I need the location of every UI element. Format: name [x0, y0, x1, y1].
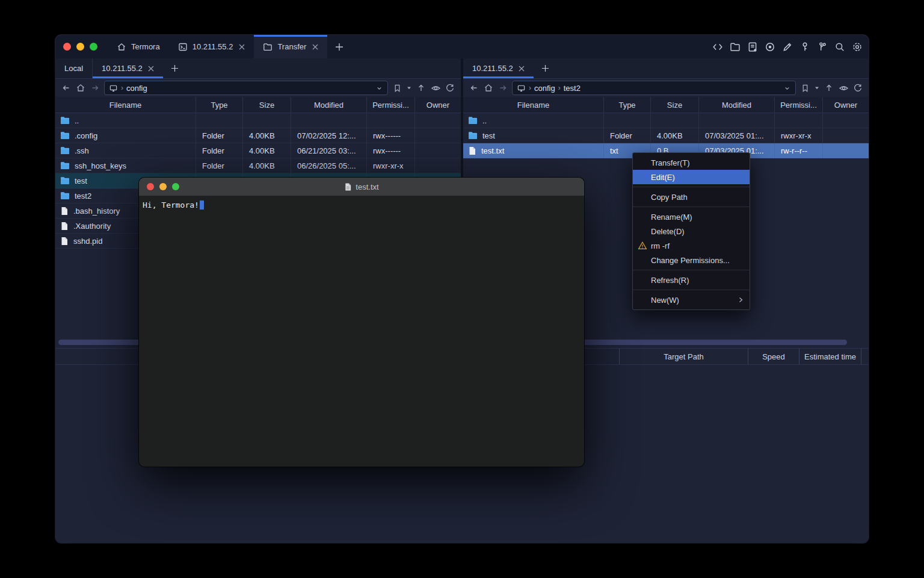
column-filename[interactable]: Filename: [463, 97, 603, 113]
editor-text: Hi, Termora!: [143, 200, 199, 210]
subtab-host-right[interactable]: 10.211.55.2: [463, 58, 534, 78]
new-tab-button[interactable]: [327, 35, 351, 58]
menu-item-change-permissions[interactable]: Change Permissions...: [633, 253, 750, 267]
right-path-field[interactable]: › config › test2: [512, 81, 796, 95]
chevron-down-icon[interactable]: [783, 84, 791, 92]
breadcrumb-segment[interactable]: test2: [564, 84, 581, 93]
window-controls: [55, 35, 108, 58]
column-estimated-time[interactable]: Estimated time: [799, 349, 861, 364]
table-row[interactable]: .ssh Folder 4.00KB 06/21/2025 03:... rwx…: [55, 143, 461, 158]
forward-icon[interactable]: [90, 82, 100, 93]
table-row[interactable]: .config Folder 4.00KB 07/02/2025 12:... …: [55, 128, 461, 143]
close-window-button[interactable]: [63, 43, 71, 51]
minimize-window-button[interactable]: [159, 183, 167, 190]
folder-icon: [60, 131, 70, 140]
refresh-icon[interactable]: [852, 82, 863, 93]
bookmark-icon[interactable]: [392, 82, 402, 93]
zoom-window-button[interactable]: [90, 43, 97, 51]
breadcrumb-segment[interactable]: config: [126, 84, 147, 93]
close-window-button[interactable]: [147, 183, 154, 190]
menu-item-refresh[interactable]: Refresh(R): [633, 273, 750, 287]
folder-icon[interactable]: [729, 41, 741, 52]
table-row[interactable]: test Folder 4.00KB 07/03/2025 01:... rwx…: [463, 128, 869, 143]
column-filename[interactable]: Filename: [55, 97, 196, 113]
keychain-icon[interactable]: [816, 41, 828, 52]
back-icon[interactable]: [469, 82, 479, 93]
tab-termora[interactable]: Termora: [108, 35, 169, 58]
column-owner[interactable]: Owner: [822, 97, 869, 113]
zoom-window-button[interactable]: [172, 183, 179, 190]
left-table-header: Filename Type Size Modified Permissi... …: [55, 97, 461, 113]
tab-host[interactable]: 10.211.55.2: [169, 35, 254, 58]
back-icon[interactable]: [61, 82, 72, 93]
close-tab-icon[interactable]: [519, 66, 525, 72]
menu-item-rm-rf[interactable]: rm -rf: [633, 238, 750, 253]
table-row[interactable]: ..: [55, 113, 461, 128]
menu-separator: [633, 290, 750, 290]
new-pane-tab-button[interactable]: [163, 58, 186, 78]
record-icon[interactable]: [764, 41, 775, 52]
show-hidden-eye-icon[interactable]: [430, 82, 441, 93]
editor-content[interactable]: Hi, Termora!: [139, 196, 584, 214]
column-modified[interactable]: Modified: [698, 97, 774, 113]
tab-transfer[interactable]: Transfer: [254, 35, 327, 58]
new-pane-tab-button[interactable]: [534, 58, 557, 78]
column-permissions[interactable]: Permissi...: [774, 97, 822, 113]
menu-item-copy-path[interactable]: Copy Path: [633, 190, 750, 204]
titlebar: Termora 10.211.55.2 Transfer: [55, 35, 869, 58]
column-permissions[interactable]: Permissi...: [366, 97, 414, 113]
column-modified[interactable]: Modified: [291, 97, 366, 113]
right-pane-tabs: 10.211.55.2: [463, 58, 869, 79]
search-icon[interactable]: [834, 41, 845, 52]
warning-icon: [638, 241, 647, 250]
bookmark-dropdown-icon[interactable]: [814, 82, 820, 93]
home-icon[interactable]: [483, 82, 494, 93]
menu-separator: [633, 207, 750, 207]
menu-separator: [633, 270, 750, 270]
bookmark-icon[interactable]: [799, 82, 810, 93]
bookmark-dropdown-icon[interactable]: [406, 82, 412, 93]
minimize-window-button[interactable]: [76, 43, 84, 51]
menu-item-transfer[interactable]: Transfer(T): [633, 155, 750, 170]
column-owner[interactable]: Owner: [414, 97, 461, 113]
subtab-host-left[interactable]: 10.211.55.2: [93, 58, 163, 78]
tab-label: Termora: [131, 42, 160, 51]
subtab-local[interactable]: Local: [55, 58, 93, 78]
folder-icon: [60, 146, 70, 155]
forward-icon[interactable]: [497, 82, 508, 93]
right-pane-navbar: › config › test2: [463, 79, 869, 97]
breadcrumb-separator: ›: [558, 84, 561, 92]
left-path-field[interactable]: › config: [104, 81, 388, 95]
upload-icon[interactable]: [824, 82, 834, 93]
menu-item-new[interactable]: New(W): [633, 293, 750, 307]
column-size[interactable]: Size: [242, 97, 291, 113]
close-tab-icon[interactable]: [312, 44, 318, 50]
refresh-icon[interactable]: [445, 82, 455, 93]
upload-icon[interactable]: [416, 82, 427, 93]
code-icon[interactable]: [712, 41, 723, 52]
column-type[interactable]: Type: [603, 97, 650, 113]
edit-icon[interactable]: [781, 41, 793, 52]
gear-icon[interactable]: [851, 41, 863, 52]
column-speed[interactable]: Speed: [748, 349, 799, 364]
tab-label: Transfer: [277, 42, 306, 51]
column-target-path[interactable]: Target Path: [619, 349, 748, 364]
folder-icon: [468, 131, 478, 140]
chevron-down-icon[interactable]: [375, 84, 383, 92]
menu-item-delete[interactable]: Delete(D): [633, 224, 750, 238]
key-icon[interactable]: [799, 41, 810, 52]
menu-item-rename[interactable]: Rename(M): [633, 210, 750, 224]
close-tab-icon[interactable]: [239, 44, 245, 50]
table-row[interactable]: ..: [463, 113, 869, 128]
editor-titlebar[interactable]: test.txt: [139, 178, 584, 196]
home-icon[interactable]: [75, 82, 86, 93]
show-hidden-eye-icon[interactable]: [838, 82, 849, 93]
table-row[interactable]: ssh_host_keys Folder 4.00KB 06/26/2025 0…: [55, 158, 461, 173]
log-icon[interactable]: [747, 41, 758, 52]
close-tab-icon[interactable]: [148, 66, 154, 72]
menu-item-edit[interactable]: Edit(E): [633, 170, 750, 184]
file-icon: [60, 207, 69, 216]
column-size[interactable]: Size: [650, 97, 698, 113]
breadcrumb-segment[interactable]: config: [534, 84, 555, 93]
column-type[interactable]: Type: [196, 97, 242, 113]
